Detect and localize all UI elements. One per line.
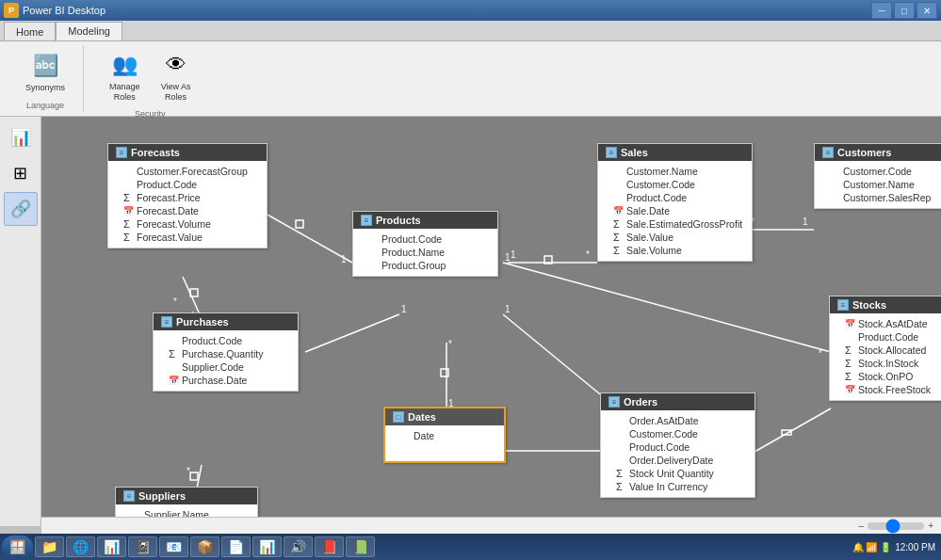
- svg-text:1: 1: [511, 249, 516, 260]
- entity-forecasts[interactable]: ≡ Forecasts Customer.ForecastGroup Produ…: [107, 143, 268, 248]
- purchases-body: Product.Code ΣPurchase.Quantity Supplier…: [154, 330, 298, 391]
- manage-roles-icon: 👥: [109, 50, 139, 80]
- field-customer-name-c: Customer.Name: [815, 178, 941, 191]
- stocks-body: 📅Stock.AsAtDate Product.Code ΣStock.Allo…: [830, 313, 941, 400]
- status-bar: – +: [41, 517, 941, 534]
- taskbar-project[interactable]: 📗: [346, 536, 375, 557]
- customers-table-icon: ≡: [822, 147, 834, 158]
- minimize-button[interactable]: ─: [871, 2, 892, 19]
- taskbar-acrobat[interactable]: 📕: [315, 536, 344, 557]
- powerpoint-icon: 📦: [197, 539, 213, 554]
- field-customer-code-s: Customer.Code: [598, 178, 752, 191]
- taskbar: 🪟 📁 🌐 📊 📓 📧 📦 📄 📊 🔊 📕 📗 🔔 📶 🔋 12:00 PM: [0, 534, 941, 560]
- ribbon: 🔤 Synonyms Language 👥 ManageRoles 👁 View…: [0, 41, 941, 117]
- acrobat-icon: 📕: [321, 539, 337, 554]
- security-buttons: 👥 ManageRoles 👁 View AsRoles: [101, 45, 200, 107]
- zoom-plus-button[interactable]: +: [928, 520, 933, 531]
- app-icon: P: [4, 3, 19, 18]
- svg-rect-3: [296, 220, 303, 228]
- svg-text:*: *: [173, 296, 177, 307]
- taskbar-explorer[interactable]: 📁: [35, 536, 64, 557]
- ribbon-group-language: 🔤 Synonyms Language: [8, 45, 84, 112]
- explorer-icon: 📁: [41, 539, 57, 554]
- dates-body: Date: [385, 425, 504, 461]
- field-stock-instock: ΣStock.InStock: [830, 357, 941, 370]
- view-as-roles-button[interactable]: 👁 View AsRoles: [153, 45, 200, 107]
- purchases-table-icon: ≡: [161, 316, 172, 328]
- field-customer-name-s: Customer.Name: [598, 165, 752, 178]
- outlook-icon: 📧: [166, 539, 182, 554]
- sales-table-icon: ≡: [606, 147, 617, 158]
- field-value-in-currency: ΣValue In Currency: [601, 480, 754, 493]
- field-customer-code-c: Customer.Code: [815, 165, 941, 178]
- language-group-label: Language: [26, 101, 64, 112]
- sidebar-model-icon[interactable]: 🔗: [4, 192, 38, 226]
- svg-rect-14: [190, 289, 198, 296]
- taskbar-powerbi[interactable]: 📊: [252, 536, 282, 557]
- left-sidebar: 📊 ⊞ 🔗: [0, 117, 41, 526]
- taskbar-onenote[interactable]: 📓: [128, 536, 157, 557]
- manage-roles-label: ManageRoles: [109, 82, 140, 103]
- onenote-icon: 📓: [135, 539, 151, 554]
- field-product-code-s: Product.Code: [598, 191, 752, 204]
- orders-header: ≡ Orders: [601, 393, 754, 410]
- entity-products[interactable]: ≡ Products Product.Code Product.Name Pro…: [352, 211, 498, 277]
- entity-customers[interactable]: ≡ Customers Customer.Code Customer.Name …: [814, 143, 941, 209]
- svg-text:1: 1: [803, 216, 808, 227]
- view-as-label: View AsRoles: [161, 82, 191, 103]
- tab-modeling[interactable]: Modeling: [56, 22, 122, 40]
- field-product-code-p: Product.Code: [353, 232, 497, 246]
- taskbar-word[interactable]: 📄: [221, 536, 251, 557]
- close-button[interactable]: ✕: [917, 2, 937, 19]
- taskbar-teams[interactable]: 🔊: [284, 536, 313, 557]
- sidebar-report-icon[interactable]: 📊: [4, 120, 38, 154]
- field-stock-asatdate: 📅Stock.AsAtDate: [830, 317, 941, 330]
- svg-rect-32: [190, 472, 198, 480]
- app-title: Power BI Desktop: [23, 5, 105, 16]
- zoom-minus-button[interactable]: –: [859, 520, 865, 531]
- entity-orders[interactable]: ≡ Orders Order.AsAtDate Customer.Code Pr…: [600, 392, 755, 498]
- taskbar-powerpoint[interactable]: 📦: [190, 536, 219, 557]
- tab-home[interactable]: Home: [4, 22, 56, 40]
- zoom-slider[interactable]: [868, 522, 924, 530]
- svg-text:1: 1: [341, 254, 347, 264]
- field-forecast-price: ΣForecast.Price: [108, 191, 267, 204]
- entity-purchases[interactable]: ≡ Purchases Product.Code ΣPurchase.Quant…: [153, 312, 299, 392]
- start-button[interactable]: 🪟: [2, 536, 33, 558]
- field-stock-onpo: ΣStock.OnPO: [830, 370, 941, 383]
- project-icon: 📗: [352, 539, 368, 554]
- customers-title: Customers: [837, 147, 891, 158]
- synonyms-button[interactable]: 🔤 Synonyms: [17, 46, 73, 98]
- word-icon: 📄: [228, 539, 244, 554]
- products-header: ≡ Products: [353, 212, 497, 229]
- field-customer-code-o: Customer.Code: [601, 427, 754, 440]
- svg-text:*: *: [586, 249, 590, 260]
- chrome-icon: 🌐: [73, 539, 89, 554]
- entity-dates[interactable]: □ Dates Date: [383, 407, 506, 463]
- manage-roles-button[interactable]: 👥 ManageRoles: [101, 45, 149, 107]
- stocks-header: ≡ Stocks: [830, 296, 941, 313]
- products-table-icon: ≡: [361, 215, 372, 226]
- svg-text:*: *: [187, 466, 190, 476]
- suppliers-title: Suppliers: [138, 490, 186, 502]
- dates-table-icon: □: [393, 411, 404, 423]
- dates-header: □ Dates: [385, 408, 504, 425]
- field-forecast-date: 📅Forecast.Date: [108, 204, 267, 217]
- sidebar-data-icon[interactable]: ⊞: [4, 156, 38, 190]
- entity-stocks[interactable]: ≡ Stocks 📅Stock.AsAtDate Product.Code ΣS…: [829, 296, 941, 401]
- clock: 12:00 PM: [895, 542, 935, 552]
- taskbar-outlook[interactable]: 📧: [159, 536, 188, 557]
- taskbar-excel[interactable]: 📊: [97, 536, 126, 557]
- ribbon-group-security: 👥 ManageRoles 👁 View AsRoles Security: [91, 45, 209, 112]
- svg-line-21: [503, 263, 831, 352]
- forecasts-header: ≡ Forecasts: [108, 144, 267, 161]
- sales-header: ≡ Sales: [598, 144, 752, 161]
- entity-sales[interactable]: ≡ Sales Customer.Name Customer.Code Prod…: [597, 143, 753, 262]
- maximize-button[interactable]: □: [894, 2, 915, 19]
- svg-line-11: [183, 277, 200, 314]
- customers-header: ≡ Customers: [815, 144, 941, 161]
- taskbar-chrome[interactable]: 🌐: [66, 536, 95, 557]
- field-forecast-volume: ΣForecast.Volume: [108, 217, 267, 231]
- dates-title: Dates: [408, 411, 436, 423]
- sales-title: Sales: [621, 147, 648, 158]
